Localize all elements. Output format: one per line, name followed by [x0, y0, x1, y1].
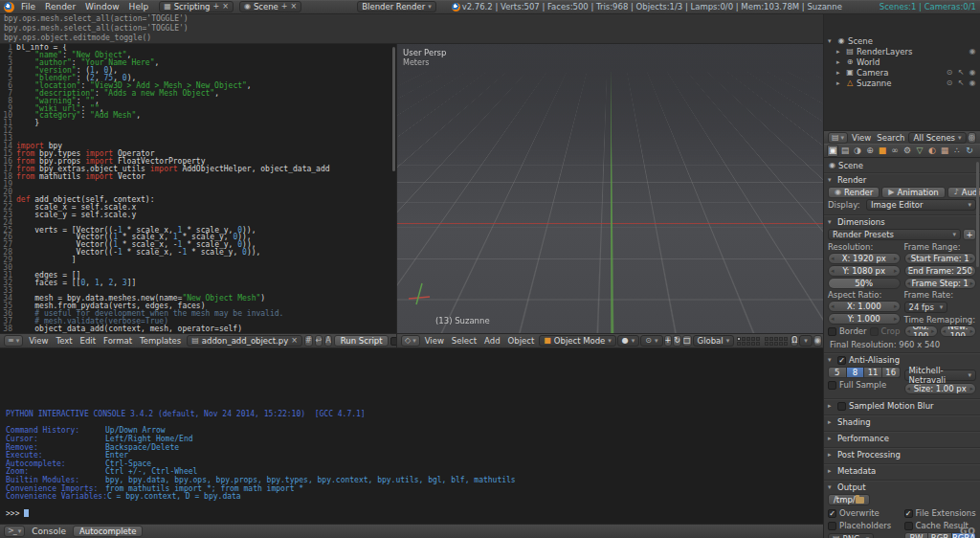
layer-2[interactable]	[742, 337, 746, 341]
autocomplete-button[interactable]: Autocomplete	[73, 526, 143, 537]
unlink-datablock-button[interactable]	[291, 337, 298, 345]
resolution-scale-slider[interactable]: 50%	[828, 278, 901, 289]
disclosure-icon[interactable]: ▸	[836, 48, 843, 56]
pivot-point-selector[interactable]: ▾	[640, 335, 662, 347]
outliner-row[interactable]: ▸World	[824, 56, 980, 67]
menu-text[interactable]: Text	[52, 336, 76, 346]
camera-icon[interactable]	[968, 78, 977, 87]
menu-console[interactable]: Console	[27, 527, 71, 536]
text-datablock-selector[interactable]: addon_add_object.py	[187, 335, 302, 347]
code-line[interactable]: 11 }	[0, 120, 396, 127]
panel-header[interactable]: ▸Sampled Motion Blur	[828, 400, 976, 412]
output-path-field[interactable]: /tmp/	[828, 494, 870, 505]
snap-element-selector[interactable]: ▾	[799, 335, 813, 347]
manipulator-scale-toggle[interactable]	[682, 335, 692, 347]
aa-sample-8[interactable]: 8	[847, 367, 865, 378]
disclosure-icon[interactable]: ▸	[836, 58, 843, 66]
mode-selector[interactable]: Object Mode ▾	[539, 335, 616, 347]
folder-icon[interactable]	[856, 497, 864, 504]
eye-icon[interactable]	[945, 68, 954, 77]
aa-sample-5[interactable]: 5	[828, 367, 847, 378]
menu-select[interactable]: Select	[448, 336, 480, 346]
full-sample-checkbox[interactable]	[828, 381, 836, 390]
manipulator-rotate-toggle[interactable]	[673, 335, 681, 347]
outliner-search-button[interactable]	[968, 132, 976, 144]
code-line[interactable]: 18from mathutils import Vector	[0, 173, 396, 181]
menu-render[interactable]: Render	[40, 2, 80, 11]
manipulator-translate-toggle[interactable]	[664, 335, 673, 347]
menu-help[interactable]: Help	[124, 2, 154, 11]
tab-material[interactable]	[926, 145, 938, 157]
layer-14[interactable]	[779, 337, 783, 341]
border-checkbox[interactable]	[828, 327, 836, 336]
display-dropdown[interactable]: Image Editor ▾	[866, 199, 976, 211]
layer-7[interactable]	[742, 342, 746, 346]
frame-step-field[interactable]: Frame Step: 1	[904, 278, 977, 289]
channel-BW[interactable]: BW	[904, 532, 929, 538]
line-numbers-toggle[interactable]: #	[304, 335, 313, 347]
render-presets-dropdown[interactable]: Render Presets ▾	[828, 229, 961, 240]
aa-filter-dropdown[interactable]: Mitchell-Netravali▾	[904, 370, 977, 381]
viewport-shading-selector[interactable]: ▾	[617, 335, 640, 347]
anti-aliasing-checkbox[interactable]	[837, 356, 846, 365]
panel-header[interactable]: ▸Performance	[828, 433, 976, 444]
opengl-render-button[interactable]	[813, 335, 822, 347]
start-frame-field[interactable]: Start Frame: 1	[904, 253, 977, 264]
aa-size-field[interactable]: Size: 1.00 px	[904, 383, 977, 394]
viewport-3d[interactable]: User Persp Meters (13) Suzanne	[396, 44, 823, 333]
layer-17[interactable]	[769, 342, 773, 346]
code-line[interactable]: 12	[0, 127, 396, 135]
audio-button[interactable]: Audio	[947, 187, 980, 198]
animation-button[interactable]: Animation	[881, 187, 946, 198]
code-line[interactable]: 19	[0, 181, 396, 189]
tab-world[interactable]	[864, 145, 876, 157]
file-format-dropdown[interactable]: PNG▾	[828, 533, 874, 538]
tab-constraints[interactable]	[889, 145, 901, 157]
tab-texture[interactable]	[939, 145, 950, 157]
layer-8[interactable]	[746, 342, 750, 346]
properties-editor[interactable]: Scene ▾ Render Render Animation Audio Di…	[823, 158, 980, 538]
remap-old-field[interactable]: Old: 100	[904, 325, 938, 337]
disclosure-icon[interactable]: ▸	[836, 69, 843, 77]
transform-orientation-selector[interactable]: Global ▾	[693, 335, 735, 347]
add-layout-button[interactable]: +	[213, 3, 220, 11]
resolution-x-field[interactable]: X: 1920 px	[828, 253, 901, 264]
code-line[interactable]: 29 ]	[0, 257, 396, 264]
panel-header[interactable]: ▸Post Processing	[828, 449, 976, 460]
outliner[interactable]: ▾Scene▸RenderLayers▸World▸Camera▸Suzanne	[823, 14, 980, 130]
aa-sample-16[interactable]: 16	[882, 367, 901, 378]
panel-render-header[interactable]: ▾ Render	[828, 174, 976, 186]
overwrite-checkbox[interactable]	[828, 509, 836, 518]
aspect-x-field[interactable]: X: 1.000	[828, 301, 901, 312]
menu-view[interactable]: View	[849, 133, 874, 143]
render-button[interactable]: Render	[828, 187, 880, 198]
python-console[interactable]: PYTHON INTERACTIVE CONSOLE 3.4.2 (defaul…	[0, 347, 823, 524]
syntax-highlight-toggle[interactable]: A	[324, 335, 331, 347]
layer-6[interactable]	[737, 342, 741, 346]
cache-result-checkbox[interactable]	[904, 522, 913, 530]
outliner-row[interactable]: ▸RenderLayers	[824, 46, 980, 56]
tab-particles[interactable]	[951, 145, 963, 157]
layer-11[interactable]	[765, 337, 768, 341]
tab-render[interactable]	[827, 145, 838, 157]
info-log[interactable]: bpy.ops.mesh.select_all(action='TOGGLE')…	[0, 14, 823, 44]
tab-modifiers[interactable]	[902, 145, 913, 157]
code-line[interactable]: 38 object_data_add(context, mesh, operat…	[0, 325, 396, 333]
console-prompt-line[interactable]: >>>	[6, 509, 516, 519]
crop-checkbox[interactable]	[870, 327, 879, 336]
cursor-icon[interactable]	[956, 68, 966, 77]
tab-physics[interactable]	[964, 145, 975, 157]
code-line[interactable]: 32 faces = [[0, 1, 2, 3]]	[0, 280, 396, 287]
panel-anti-aliasing-header[interactable]: ▾ Anti-Aliasing	[828, 354, 976, 366]
layer-12[interactable]	[769, 337, 773, 341]
channel-RGB[interactable]: RGB	[928, 532, 952, 538]
menu-view[interactable]: View	[25, 336, 52, 346]
properties-scrollbar[interactable]	[976, 162, 979, 267]
text-editor[interactable]: 1bl_info = {2 "name": "New Object",3 "au…	[0, 44, 396, 333]
disclosure-icon[interactable]: ▸	[836, 79, 843, 87]
add-scene-button[interactable]: +	[281, 3, 288, 11]
menu-window[interactable]: Window	[80, 2, 124, 11]
outliner-row[interactable]: ▸Camera	[824, 67, 980, 78]
camera-icon[interactable]	[968, 68, 977, 77]
text-editor-scrollbar[interactable]	[392, 47, 395, 171]
